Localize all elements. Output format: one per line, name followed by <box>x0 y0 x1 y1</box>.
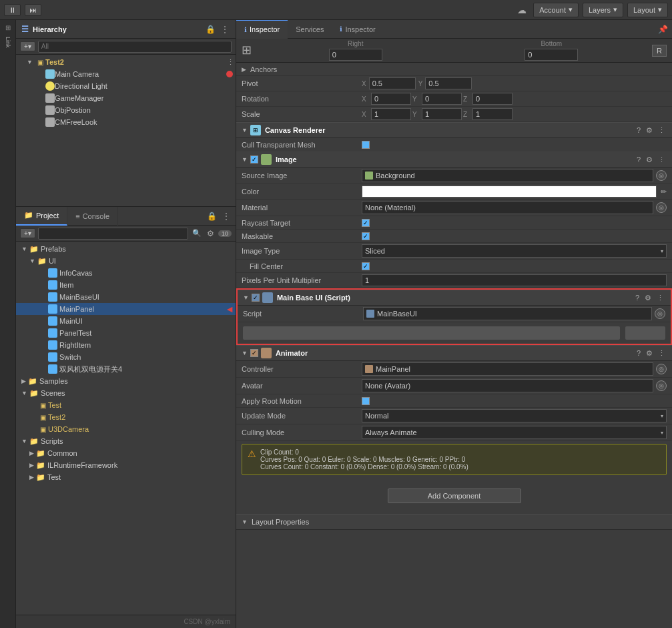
folder-test-scripts[interactable]: ▶ 📁 Test <box>16 471 236 483</box>
raycast-checkbox[interactable] <box>362 219 370 227</box>
rect-right-input[interactable] <box>329 49 382 61</box>
folder-prefabs[interactable]: ▼ 📁 Prefabs <box>16 243 236 255</box>
controller-field[interactable]: MainPanel <box>362 362 653 376</box>
script-settings-btn[interactable]: ⚙ <box>643 294 653 302</box>
image-enable-checkbox[interactable] <box>250 155 258 164</box>
cull-mesh-checkbox[interactable] <box>362 141 370 149</box>
image-type-dropdown[interactable]: Sliced ▾ <box>362 244 667 258</box>
tree-item-dir-light[interactable]: Directional Light <box>16 80 236 92</box>
material-field[interactable]: None (Material) <box>362 201 653 214</box>
controller-picker-btn[interactable]: ◎ <box>656 364 667 374</box>
scene-test2[interactable]: ▣ Test2 <box>16 411 236 423</box>
folder-common[interactable]: ▶ 📁 Common <box>16 447 236 459</box>
scale-z-input[interactable] <box>472 108 513 120</box>
script-picker-btn[interactable]: ◎ <box>655 308 665 319</box>
canvas-renderer-settings-btn[interactable]: ⚙ <box>645 126 654 135</box>
project-add-button[interactable]: +▾ <box>20 228 35 238</box>
hierarchy-lock-btn[interactable]: 🔒 <box>204 25 217 34</box>
layers-dropdown[interactable]: Layers ▾ <box>583 3 623 17</box>
step-button[interactable]: ⏭ <box>25 4 41 16</box>
animator-help-btn[interactable]: ? <box>635 349 642 358</box>
folder-ui[interactable]: ▼ 📁 UI <box>16 255 236 267</box>
tree-item-scene[interactable]: ▼ ▣ Test2 ⋮ <box>16 56 236 68</box>
maskable-checkbox[interactable] <box>362 232 370 240</box>
folder-scripts[interactable]: ▼ 📁 Scripts <box>16 435 236 447</box>
apply-root-motion-checkbox[interactable] <box>362 397 370 405</box>
image-help-btn[interactable]: ? <box>635 155 642 164</box>
project-search-input[interactable] <box>38 228 188 240</box>
animator-settings-btn[interactable]: ⚙ <box>645 349 654 358</box>
rect-r-button[interactable]: R <box>652 45 667 57</box>
file-mainui[interactable]: MainUI <box>16 315 236 327</box>
scale-x-input[interactable] <box>371 108 411 120</box>
project-filter-btn[interactable]: ⚙ <box>206 229 216 238</box>
hierarchy-menu-btn[interactable]: ⋮ <box>220 25 230 34</box>
tree-item-main-camera[interactable]: Main Camera <box>16 68 236 80</box>
canvas-renderer-menu-btn[interactable]: ⋮ <box>657 126 667 135</box>
tab-inspector-1[interactable]: ℹ Inspector <box>236 20 288 39</box>
pivot-y-input[interactable] <box>425 77 472 89</box>
folder-samples[interactable]: ▶ 📁 Samples <box>16 375 236 387</box>
source-image-field[interactable]: Background <box>362 169 653 182</box>
tab-services[interactable]: Services <box>288 20 332 39</box>
file-infocavas[interactable]: InfoCavas <box>16 267 236 279</box>
link-label[interactable]: Link <box>3 35 13 49</box>
rot-y-input[interactable] <box>422 93 462 105</box>
file-dual-fan[interactable]: 双风机双电源开关4 <box>16 363 236 375</box>
inspector-pin-icon[interactable]: 📌 <box>658 25 668 34</box>
file-item[interactable]: Item <box>16 279 236 291</box>
script-help-btn[interactable]: ? <box>634 294 641 302</box>
link-icon[interactable]: ⊞ <box>4 23 12 33</box>
animator-enable-checkbox[interactable] <box>250 349 258 357</box>
folder-ilruntime[interactable]: ▶ 📁 ILRuntimeFramework <box>16 459 236 471</box>
culling-mode-dropdown[interactable]: Always Animate ▾ <box>362 426 667 439</box>
tree-item-cmfreelook[interactable]: CMFreeLook <box>16 116 236 128</box>
scene-menu-btn[interactable]: ⋮ <box>226 58 236 67</box>
account-dropdown[interactable]: Account ▾ <box>533 3 579 17</box>
hierarchy-add-button[interactable]: +▾ <box>20 41 35 51</box>
pivot-x-input[interactable] <box>369 77 416 89</box>
hierarchy-search-input[interactable] <box>38 41 232 53</box>
color-field[interactable] <box>362 186 657 198</box>
script-enable-checkbox[interactable] <box>252 294 260 302</box>
add-component-button[interactable]: Add Component <box>388 489 521 503</box>
rect-bottom-input[interactable] <box>525 49 578 61</box>
image-menu-btn[interactable]: ⋮ <box>657 155 667 164</box>
project-search-icon-btn[interactable]: 🔍 <box>191 229 203 238</box>
ppu-input[interactable] <box>362 274 667 286</box>
tab-project[interactable]: 📁 Project <box>16 207 67 226</box>
script-menu-btn[interactable]: ⋮ <box>655 294 665 302</box>
ui-label: UI <box>49 257 56 265</box>
animator-menu-btn[interactable]: ⋮ <box>657 349 667 358</box>
tree-item-game-manager[interactable]: GameManager <box>16 92 236 104</box>
rot-x-input[interactable] <box>371 93 411 105</box>
tree-item-obj-postion[interactable]: ObjPostion <box>16 104 236 116</box>
file-rightitem[interactable]: RightItem <box>16 339 236 351</box>
file-mainpanel[interactable]: MainPanel ◄ <box>16 303 236 315</box>
scene-test[interactable]: ▣ Test <box>16 399 236 411</box>
canvas-renderer-help-btn[interactable]: ? <box>635 126 642 135</box>
scale-y-input[interactable] <box>422 108 462 120</box>
folder-scenes[interactable]: ▼ 📁 Scenes <box>16 387 236 399</box>
script-value-field[interactable]: MainBaseUI <box>363 307 652 320</box>
rot-z-input[interactable] <box>472 93 513 105</box>
tab-console[interactable]: ≡ Console <box>67 207 118 226</box>
scene-u3dcamera[interactable]: ▣ U3DCamera <box>16 423 236 435</box>
material-picker-btn[interactable]: ◎ <box>656 202 667 213</box>
source-image-picker-btn[interactable]: ◎ <box>656 170 667 181</box>
file-switch[interactable]: Switch <box>16 351 236 363</box>
file-paneltest[interactable]: PanelTest <box>16 327 236 339</box>
tab-inspector-2[interactable]: ℹ Inspector <box>332 20 383 39</box>
pause-button[interactable]: ⏸ <box>4 4 21 16</box>
project-menu-btn[interactable]: ⋮ <box>221 212 232 221</box>
project-lock-btn[interactable]: 🔒 <box>206 212 218 221</box>
avatar-picker-btn[interactable]: ◎ <box>656 380 667 391</box>
avatar-field[interactable]: None (Avatar) <box>362 379 653 392</box>
layout-dropdown[interactable]: Layout ▾ <box>627 3 668 17</box>
mainui-icon <box>48 316 57 326</box>
update-mode-dropdown[interactable]: Normal ▾ <box>362 409 667 422</box>
fill-center-checkbox[interactable] <box>362 262 370 270</box>
color-edit-icon[interactable]: ✏ <box>661 188 667 196</box>
image-settings-btn[interactable]: ⚙ <box>645 155 654 164</box>
file-mainbaseui[interactable]: MainBaseUI <box>16 291 236 303</box>
